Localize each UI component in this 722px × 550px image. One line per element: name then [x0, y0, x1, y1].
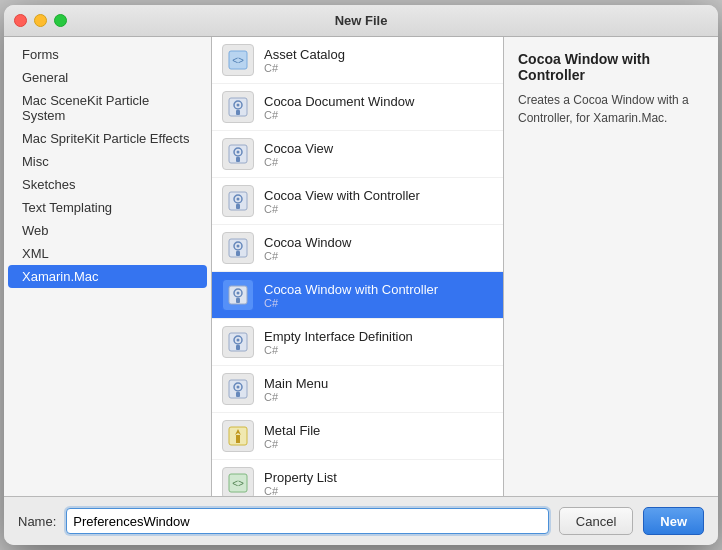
file-item-6[interactable]: Empty Interface DefinitionC# [212, 319, 503, 366]
svg-rect-32 [236, 435, 240, 443]
sidebar-item-7[interactable]: Web [8, 219, 207, 242]
file-sub-5: C# [264, 297, 438, 309]
svg-point-16 [237, 245, 240, 248]
file-item-4[interactable]: Cocoa WindowC# [212, 225, 503, 272]
file-info-5: Cocoa Window with ControllerC# [264, 282, 438, 309]
file-item-8[interactable]: Metal FileC# [212, 413, 503, 460]
file-icon-9: <> [222, 467, 254, 496]
file-name-0: Asset Catalog [264, 47, 345, 62]
file-sub-9: C# [264, 485, 337, 497]
sidebar-item-1[interactable]: General [8, 66, 207, 89]
sidebar-item-0[interactable]: Forms [8, 43, 207, 66]
svg-text:<>: <> [232, 478, 244, 489]
file-icon-6 [222, 326, 254, 358]
sidebar-item-8[interactable]: XML [8, 242, 207, 265]
svg-point-4 [237, 104, 240, 107]
file-item-5[interactable]: Cocoa Window with ControllerC# [212, 272, 503, 319]
svg-rect-29 [236, 392, 240, 397]
file-info-1: Cocoa Document WindowC# [264, 94, 414, 121]
file-sub-6: C# [264, 344, 413, 356]
maximize-button[interactable] [54, 14, 67, 27]
file-icon-3 [222, 185, 254, 217]
svg-rect-5 [236, 110, 240, 115]
file-info-8: Metal FileC# [264, 423, 320, 450]
name-label: Name: [18, 514, 56, 529]
sidebar-item-3[interactable]: Mac SpriteKit Particle Effects [8, 127, 207, 150]
content-area: FormsGeneralMac SceneKit Particle System… [4, 37, 718, 496]
file-item-3[interactable]: Cocoa View with ControllerC# [212, 178, 503, 225]
file-info-7: Main MenuC# [264, 376, 328, 403]
file-info-9: Property ListC# [264, 470, 337, 497]
svg-point-24 [237, 339, 240, 342]
sidebar-item-6[interactable]: Text Templating [8, 196, 207, 219]
svg-point-12 [237, 198, 240, 201]
detail-panel: Cocoa Window with Controller Creates a C… [504, 37, 718, 496]
file-icon-5 [222, 279, 254, 311]
file-info-4: Cocoa WindowC# [264, 235, 351, 262]
sidebar-item-9[interactable]: Xamarin.Mac [8, 265, 207, 288]
file-name-2: Cocoa View [264, 141, 333, 156]
window-title: New File [335, 13, 388, 28]
file-sub-7: C# [264, 391, 328, 403]
sidebar: FormsGeneralMac SceneKit Particle System… [4, 37, 212, 496]
file-name-4: Cocoa Window [264, 235, 351, 250]
file-info-3: Cocoa View with ControllerC# [264, 188, 420, 215]
titlebar: New File [4, 5, 718, 37]
main-window: New File FormsGeneralMac SceneKit Partic… [4, 5, 718, 545]
svg-rect-21 [236, 298, 240, 303]
svg-point-8 [237, 151, 240, 154]
minimize-button[interactable] [34, 14, 47, 27]
file-sub-8: C# [264, 438, 320, 450]
file-item-0[interactable]: <> Asset CatalogC# [212, 37, 503, 84]
close-button[interactable] [14, 14, 27, 27]
file-icon-7 [222, 373, 254, 405]
file-info-0: Asset CatalogC# [264, 47, 345, 74]
detail-description: Creates a Cocoa Window with a Controller… [518, 91, 704, 127]
file-icon-4 [222, 232, 254, 264]
file-icon-8 [222, 420, 254, 452]
file-name-1: Cocoa Document Window [264, 94, 414, 109]
svg-rect-17 [236, 251, 240, 256]
file-icon-0: <> [222, 44, 254, 76]
file-name-9: Property List [264, 470, 337, 485]
file-name-8: Metal File [264, 423, 320, 438]
sidebar-item-2[interactable]: Mac SceneKit Particle System [8, 89, 207, 127]
file-item-2[interactable]: Cocoa ViewC# [212, 131, 503, 178]
file-item-1[interactable]: Cocoa Document WindowC# [212, 84, 503, 131]
bottom-bar: Name: Cancel New [4, 496, 718, 545]
detail-title: Cocoa Window with Controller [518, 51, 704, 83]
file-name-5: Cocoa Window with Controller [264, 282, 438, 297]
file-sub-2: C# [264, 156, 333, 168]
sidebar-item-5[interactable]: Sketches [8, 173, 207, 196]
file-name-6: Empty Interface Definition [264, 329, 413, 344]
svg-rect-13 [236, 204, 240, 209]
file-icon-2 [222, 138, 254, 170]
file-sub-3: C# [264, 203, 420, 215]
svg-point-28 [237, 386, 240, 389]
new-button[interactable]: New [643, 507, 704, 535]
file-list: <> Asset CatalogC# Cocoa Document Window… [212, 37, 504, 496]
file-sub-1: C# [264, 109, 414, 121]
file-name-7: Main Menu [264, 376, 328, 391]
traffic-lights [14, 14, 67, 27]
file-info-2: Cocoa ViewC# [264, 141, 333, 168]
file-item-7[interactable]: Main MenuC# [212, 366, 503, 413]
file-sub-4: C# [264, 250, 351, 262]
file-name-3: Cocoa View with Controller [264, 188, 420, 203]
file-info-6: Empty Interface DefinitionC# [264, 329, 413, 356]
name-input[interactable] [66, 508, 549, 534]
file-sub-0: C# [264, 62, 345, 74]
cancel-button[interactable]: Cancel [559, 507, 633, 535]
file-item-9[interactable]: <> Property ListC# [212, 460, 503, 496]
file-icon-1 [222, 91, 254, 123]
svg-rect-25 [236, 345, 240, 350]
svg-text:<>: <> [232, 55, 244, 66]
svg-rect-9 [236, 157, 240, 162]
sidebar-item-4[interactable]: Misc [8, 150, 207, 173]
svg-point-20 [237, 292, 240, 295]
